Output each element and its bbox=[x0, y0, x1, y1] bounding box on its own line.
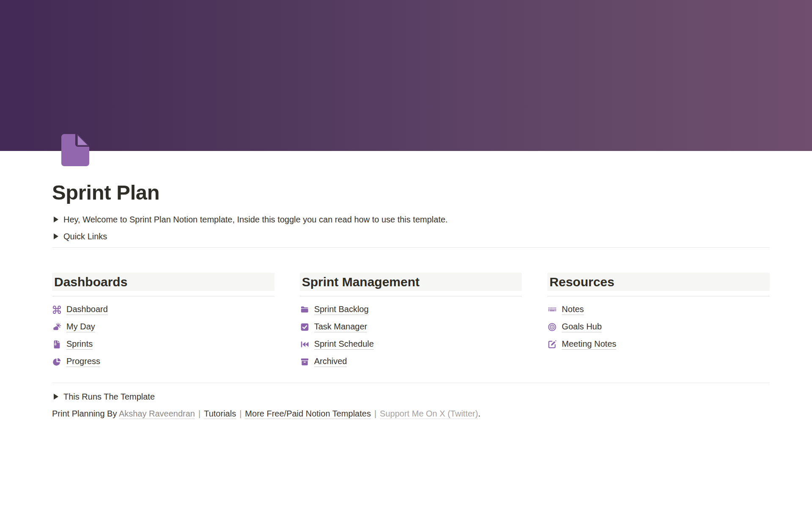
runs-template-toggle-label[interactable]: This Runs The Template bbox=[63, 389, 155, 404]
credit-line: Print Planning By Akshay Raveendran|Tuto… bbox=[52, 407, 770, 420]
section-list: Dashboard My Day Sprints Progress bbox=[52, 301, 274, 370]
file-zip-icon bbox=[52, 340, 62, 349]
keyboard-icon bbox=[547, 305, 557, 315]
page-link[interactable]: Archived bbox=[314, 356, 347, 367]
credit-prefix: Print Planning By bbox=[52, 409, 119, 418]
page-link[interactable]: Dashboard bbox=[66, 304, 108, 315]
list-item: Task Manager bbox=[300, 318, 522, 336]
list-item: Sprints bbox=[52, 336, 274, 353]
page-link[interactable]: Sprint Backlog bbox=[314, 304, 369, 315]
list-item: Goals Hub bbox=[547, 318, 770, 336]
page-link[interactable]: Meeting Notes bbox=[562, 339, 616, 350]
list-item: Sprint Schedule bbox=[300, 336, 522, 353]
page-link[interactable]: Progress bbox=[66, 356, 100, 367]
runs-template-toggle[interactable]: This Runs The Template bbox=[52, 389, 770, 404]
archive-box-icon bbox=[300, 357, 310, 367]
welcome-toggle-label[interactable]: Hey, Welcome to Sprint Plan Notion templ… bbox=[63, 211, 448, 228]
list-item: My Day bbox=[52, 318, 274, 336]
section-header-divider bbox=[52, 296, 274, 296]
page-link[interactable]: Notes bbox=[562, 304, 584, 315]
section-list: Sprint Backlog Task Manager Sprint Sched… bbox=[300, 301, 522, 370]
divider bbox=[52, 383, 770, 383]
toggle-triangle-icon[interactable] bbox=[54, 394, 58, 400]
footer-separator: | bbox=[195, 409, 204, 418]
section-title: Dashboards bbox=[52, 273, 274, 291]
page-cover bbox=[0, 0, 812, 151]
skip-back-icon bbox=[300, 340, 310, 349]
toggle-triangle-icon[interactable] bbox=[54, 217, 58, 222]
section-title: Sprint Management bbox=[300, 273, 522, 291]
section-header-divider bbox=[547, 296, 770, 296]
list-item: Sprint Backlog bbox=[300, 301, 522, 318]
list-item: Meeting Notes bbox=[547, 336, 770, 353]
footer-separator: | bbox=[371, 409, 380, 418]
page-title[interactable]: Sprint Plan bbox=[52, 151, 770, 205]
welcome-toggle[interactable]: Hey, Welcome to Sprint Plan Notion templ… bbox=[52, 211, 770, 228]
checkbox-checked-icon bbox=[300, 322, 310, 332]
command-icon bbox=[52, 305, 62, 315]
footer-link[interactable]: More Free/Paid Notion Templates bbox=[245, 409, 371, 419]
list-item: Notes bbox=[547, 301, 770, 318]
toggle-triangle-icon[interactable] bbox=[54, 233, 58, 239]
section-header-divider bbox=[300, 296, 522, 296]
footer-link[interactable]: Tutorials bbox=[204, 409, 236, 419]
target-icon bbox=[547, 322, 557, 332]
list-item: Dashboard bbox=[52, 301, 274, 318]
section-title: Resources bbox=[547, 273, 770, 291]
pie-chart-icon bbox=[52, 357, 62, 367]
section-list: Notes Goals Hub Meeting Notes bbox=[547, 301, 770, 353]
quick-links-toggle-label[interactable]: Quick Links bbox=[63, 228, 107, 245]
sun-behind-cloud-icon bbox=[52, 322, 62, 332]
page-link[interactable]: Task Manager bbox=[314, 322, 368, 332]
credit-suffix: . bbox=[478, 409, 480, 418]
page-link[interactable]: Goals Hub bbox=[562, 322, 602, 332]
page-link[interactable]: Sprint Schedule bbox=[314, 339, 374, 350]
edit-pencil-icon bbox=[547, 340, 557, 349]
page-link[interactable]: My Day bbox=[66, 322, 95, 332]
footer-link[interactable]: Support Me On X (Twitter) bbox=[380, 409, 478, 419]
list-item: Archived bbox=[300, 353, 522, 370]
footer-link[interactable]: Akshay Raveendran bbox=[119, 409, 195, 419]
page-link[interactable]: Sprints bbox=[66, 339, 93, 350]
footer-separator: | bbox=[236, 409, 245, 418]
page-body: Sprint Plan Hey, Welcome to Sprint Plan … bbox=[52, 151, 770, 420]
list-item: Progress bbox=[52, 353, 274, 370]
open-folder-icon bbox=[300, 305, 310, 315]
columns-grid: Dashboards Dashboard My Day Sprints Prog… bbox=[52, 273, 770, 370]
quick-links-toggle[interactable]: Quick Links bbox=[52, 228, 770, 245]
credit-links: Akshay Raveendran|Tutorials|More Free/Pa… bbox=[119, 409, 478, 419]
section: Resources Notes Goals Hub Meeting Notes bbox=[547, 273, 770, 370]
section: Dashboards Dashboard My Day Sprints Prog… bbox=[52, 273, 274, 370]
section: Sprint Management Sprint Backlog Task Ma… bbox=[300, 273, 522, 370]
toggle-list: Hey, Welcome to Sprint Plan Notion templ… bbox=[52, 211, 770, 245]
divider bbox=[52, 247, 770, 248]
